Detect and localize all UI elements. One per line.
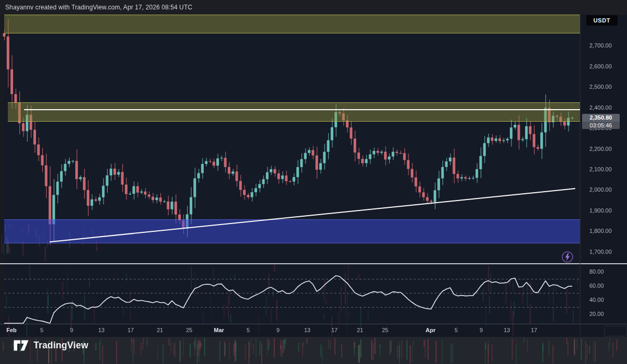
boost-button[interactable]: [561, 251, 574, 263]
time-tick-label: Apr: [426, 327, 436, 333]
lightning-icon: [561, 251, 574, 263]
time-tick-label: 9: [70, 327, 73, 333]
quote-currency-badge[interactable]: USDT: [586, 15, 618, 26]
tradingview-logo[interactable]: TradingView: [14, 340, 88, 351]
price-tick-label: 2,100.00: [589, 166, 612, 172]
time-tick-label: 5: [247, 327, 250, 333]
price-tick-label: 2,500.00: [589, 84, 612, 90]
price-tick-label: 2,600.00: [589, 63, 612, 69]
indicator-tick-label: 40.00: [589, 297, 604, 303]
indicator-tick-label: 80.00: [589, 268, 604, 275]
tradingview-logo-text: TradingView: [33, 340, 88, 351]
last-price-badge: 2,350.80 03:05:46: [582, 114, 620, 129]
time-tick-label: 25: [382, 327, 388, 333]
horizontal-ray-line[interactable]: [24, 109, 580, 111]
time-tick-label: 13: [504, 327, 510, 333]
time-tick-label: 25: [186, 327, 192, 333]
time-tick-label: 17: [331, 327, 338, 333]
price-tick-label: 1,900.00: [589, 207, 612, 214]
time-tick-label: 21: [357, 327, 363, 333]
chart-canvas[interactable]: [0, 0, 627, 364]
time-tick-label: 13: [304, 327, 310, 333]
time-tick-label: 21: [157, 327, 163, 333]
indicator-tick-label: 60.00: [589, 283, 604, 289]
watermark-text: Shayannv created with TradingView.com, A…: [5, 4, 192, 11]
last-price-value: 2,350.80: [582, 114, 620, 122]
time-tick-label: 9: [276, 327, 280, 333]
price-tick-label: 1,800.00: [589, 228, 612, 234]
time-tick-label: 17: [531, 327, 537, 333]
time-tick-label: Mar: [214, 327, 224, 333]
price-tick-label: 1,700.00: [589, 249, 612, 255]
time-axis-border: [0, 324, 627, 324]
time-tick-label: 5: [40, 327, 43, 333]
time-tick-label: 13: [98, 327, 104, 333]
price-tick-label: 2,200.00: [589, 146, 612, 152]
tradingview-logo-icon: [14, 340, 29, 351]
time-tick-label: 9: [480, 327, 483, 333]
indicator-tick-label: 20.00: [589, 311, 604, 317]
price-tick-label: 2,400.00: [589, 104, 612, 111]
pane-separator[interactable]: [0, 263, 627, 264]
time-tick-label: 17: [127, 327, 134, 333]
time-tick-label: Feb: [6, 327, 17, 333]
price-tick-label: 2,000.00: [589, 186, 612, 193]
price-tick-label: 2,700.00: [589, 42, 612, 49]
time-axis-settings-button[interactable]: [604, 326, 627, 336]
tradingview-chart-screenshot: Shayannv created with TradingView.com, A…: [0, 0, 627, 364]
time-tick-label: 5: [455, 327, 458, 333]
countdown-timer: 03:05:46: [582, 122, 620, 129]
price-axis-border: [580, 15, 580, 337]
